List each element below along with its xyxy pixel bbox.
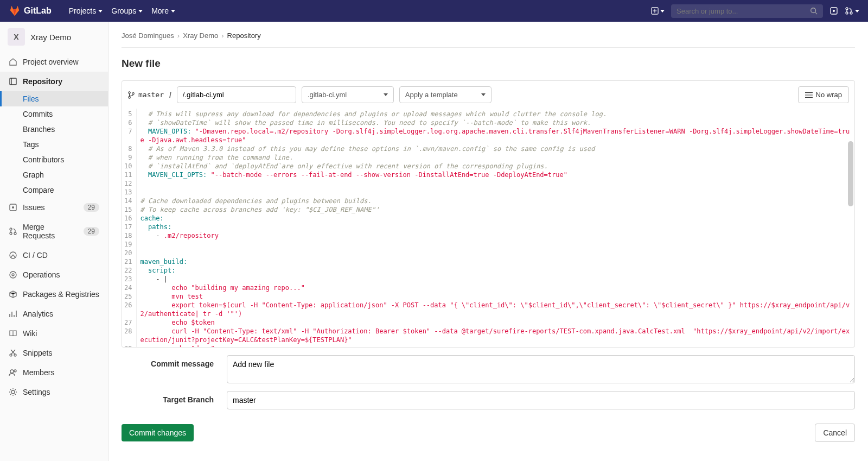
analytics-icon: [9, 310, 17, 318]
project-header[interactable]: X Xray Demo: [0, 22, 108, 52]
line-gutter: 5678910111213141516171819202122232425262…: [122, 109, 137, 347]
ci-icon: [9, 251, 17, 260]
svg-point-21: [129, 91, 131, 93]
issues-icon: [9, 203, 17, 212]
project-name: Xray Demo: [30, 33, 71, 42]
sidebar-item-project-overview[interactable]: Project overview: [0, 52, 108, 72]
sidebar-sub-graph[interactable]: Graph: [0, 167, 108, 182]
sidebar-sub-contributors[interactable]: Contributors: [0, 152, 108, 167]
branch-name: master: [138, 91, 164, 99]
svg-point-10: [10, 228, 12, 230]
count-badge: 29: [84, 227, 99, 236]
nav-more[interactable]: More: [151, 7, 175, 15]
sidebar-item-label: Merge Requests: [23, 223, 78, 240]
chevron-down-icon: [855, 10, 859, 12]
sidebar-item-wiki[interactable]: Wiki: [0, 324, 108, 343]
nowrap-button[interactable]: No wrap: [798, 86, 849, 103]
cancel-button[interactable]: Cancel: [815, 424, 855, 442]
code-area[interactable]: # This will supress any download for dep…: [137, 109, 854, 347]
target-branch-row: Target Branch: [122, 391, 855, 409]
template-type-select[interactable]: .gitlab-ci.yml: [302, 86, 394, 103]
nav-projects[interactable]: Projects: [69, 7, 103, 15]
sidebar-sub-compare[interactable]: Compare: [0, 182, 108, 198]
svg-point-1: [811, 8, 816, 13]
sidebar-item-label: Repository: [23, 77, 62, 86]
chevron-down-icon: [98, 10, 103, 12]
new-dropdown[interactable]: [650, 4, 665, 18]
project-avatar: X: [8, 28, 25, 46]
ops-icon: [9, 270, 17, 279]
branch-icon: [127, 91, 135, 99]
sidebar-item-snippets[interactable]: Snippets: [0, 343, 108, 363]
sidebar-item-members[interactable]: Members: [0, 363, 108, 382]
global-search[interactable]: [671, 4, 823, 18]
svg-point-9: [12, 206, 14, 209]
svg-point-6: [850, 12, 852, 14]
svg-point-20: [11, 390, 15, 394]
topbar: GitLab Projects Groups More: [0, 0, 868, 22]
sidebar-item-label: Operations: [23, 270, 60, 279]
crumb-project[interactable]: Xray Demo: [183, 31, 218, 40]
merge-requests-shortcut[interactable]: [845, 7, 859, 15]
svg-point-22: [129, 96, 131, 98]
sidebar-item-analytics[interactable]: Analytics: [0, 304, 108, 324]
sidebar-sub-commits[interactable]: Commits: [0, 106, 108, 122]
issues-shortcut[interactable]: [829, 7, 838, 15]
svg-point-14: [10, 271, 16, 278]
list-icon: [805, 92, 813, 98]
sidebar-sub-files[interactable]: Files: [0, 91, 108, 106]
target-branch-input[interactable]: [227, 391, 855, 409]
repo-icon: [9, 77, 17, 86]
commit-message-input[interactable]: [227, 355, 855, 383]
crumb-current: Repository: [227, 31, 261, 40]
apply-template-select[interactable]: Apply a template: [399, 86, 492, 103]
home-icon: [9, 58, 17, 66]
sidebar-item-ci-cd[interactable]: CI / CD: [0, 245, 108, 265]
nav-groups[interactable]: Groups: [111, 7, 143, 15]
gitlab-logo[interactable]: GitLab: [9, 5, 52, 17]
editor-scrollbar[interactable]: [848, 141, 853, 206]
crumb-user[interactable]: José Domingues: [122, 31, 174, 40]
chevron-down-icon: [660, 10, 665, 12]
sidebar-item-issues[interactable]: Issues29: [0, 198, 108, 217]
sidebar: X Xray Demo Project overviewRepositoryFi…: [0, 22, 108, 461]
sidebar-sub-tags[interactable]: Tags: [0, 137, 108, 152]
filename-input[interactable]: [177, 86, 296, 103]
path-separator: /: [169, 91, 171, 99]
plus-square-icon: [651, 7, 659, 15]
main-content: José Domingues › Xray Demo › Repository …: [108, 22, 868, 461]
svg-rect-7: [10, 78, 16, 85]
commit-changes-button[interactable]: Commit changes: [122, 424, 194, 441]
pkg-icon: [9, 290, 17, 299]
breadcrumb: José Domingues › Xray Demo › Repository: [122, 28, 855, 48]
sidebar-item-packages-registries[interactable]: Packages & Registries: [0, 285, 108, 304]
sidebar-sub-branches[interactable]: Branches: [0, 122, 108, 137]
merge-icon: [9, 227, 17, 236]
count-badge: 29: [84, 203, 99, 212]
sidebar-item-merge-requests[interactable]: Merge Requests29: [0, 217, 108, 245]
sidebar-item-label: Project overview: [23, 58, 79, 66]
file-toolbar: master / .gitlab-ci.yml Apply a template…: [122, 80, 855, 109]
members-icon: [9, 368, 17, 377]
svg-point-5: [846, 12, 848, 14]
brand-text: GitLab: [24, 6, 52, 16]
sidebar-item-label: Snippets: [23, 349, 52, 357]
svg-point-16: [10, 354, 12, 356]
svg-point-12: [14, 232, 16, 235]
svg-point-17: [14, 354, 16, 356]
form-actions: Commit changes Cancel: [122, 424, 855, 442]
chevron-down-icon: [384, 93, 388, 96]
svg-point-3: [833, 10, 835, 12]
sidebar-item-label: Settings: [23, 388, 50, 396]
chevron-down-icon: [481, 93, 486, 96]
sidebar-item-settings[interactable]: Settings: [0, 382, 108, 402]
svg-point-15: [12, 274, 14, 276]
search-input[interactable]: [676, 7, 806, 15]
commit-message-row: Commit message: [122, 355, 855, 383]
sidebar-item-operations[interactable]: Operations: [0, 265, 108, 285]
sidebar-item-label: Packages & Registries: [23, 290, 99, 299]
code-editor[interactable]: 5678910111213141516171819202122232425262…: [122, 109, 855, 348]
sidebar-item-repository[interactable]: Repository: [0, 72, 108, 91]
sidebar-item-label: CI / CD: [23, 251, 48, 260]
wiki-icon: [9, 329, 17, 338]
